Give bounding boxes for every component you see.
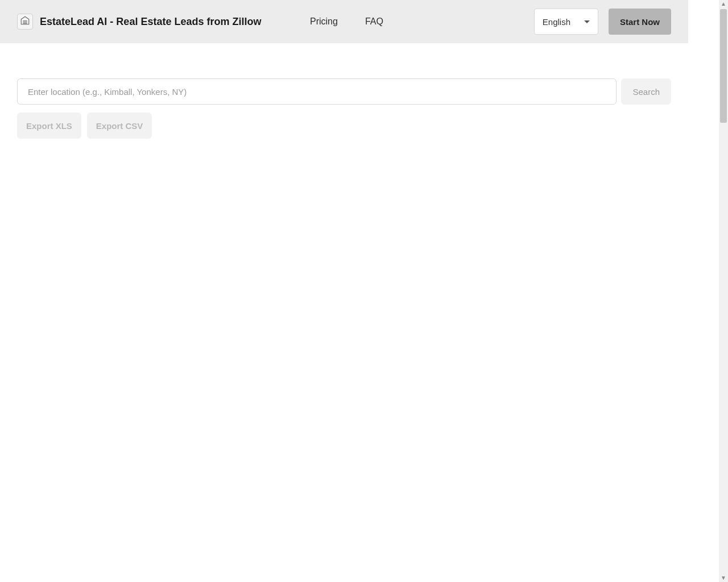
export-csv-button[interactable]: Export CSV — [87, 113, 152, 139]
search-button[interactable]: Search — [621, 78, 671, 105]
header-nav: Pricing FAQ — [310, 16, 383, 27]
main-content: Search Export XLS Export CSV — [0, 43, 688, 139]
nav-pricing[interactable]: Pricing — [310, 16, 338, 27]
header: EstateLead AI - Real Estate Leads from Z… — [0, 0, 688, 43]
header-right: English Start Now — [534, 9, 671, 35]
search-row: Search — [17, 78, 671, 105]
export-row: Export XLS Export CSV — [17, 113, 671, 139]
nav-faq[interactable]: FAQ — [365, 16, 383, 27]
language-selected: English — [543, 17, 570, 27]
caret-down-icon — [584, 20, 590, 23]
app-logo — [17, 14, 33, 30]
app-title: EstateLead AI - Real Estate Leads from Z… — [40, 16, 261, 28]
export-xls-button[interactable]: Export XLS — [17, 113, 81, 139]
start-now-button[interactable]: Start Now — [609, 9, 671, 35]
warehouse-icon — [20, 15, 30, 28]
language-select[interactable]: English — [534, 9, 598, 35]
header-left: EstateLead AI - Real Estate Leads from Z… — [17, 14, 261, 30]
location-search-input[interactable] — [17, 78, 617, 105]
